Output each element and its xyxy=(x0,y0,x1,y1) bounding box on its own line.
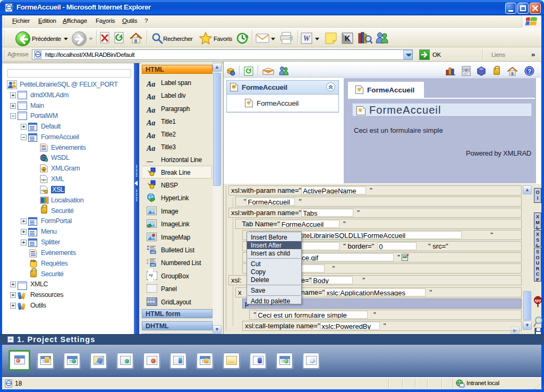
svg-text:‹o›: ‹o› xyxy=(464,68,468,72)
svg-text:‹e›: ‹e› xyxy=(41,177,47,182)
svg-text:K: K xyxy=(345,34,350,42)
svg-text:SQL: SQL xyxy=(30,259,37,262)
svg-text:W: W xyxy=(303,35,311,42)
svg-text:?: ? xyxy=(528,68,531,74)
svg-text:2: 2 xyxy=(147,261,149,265)
svg-text:spy: spy xyxy=(534,299,541,303)
